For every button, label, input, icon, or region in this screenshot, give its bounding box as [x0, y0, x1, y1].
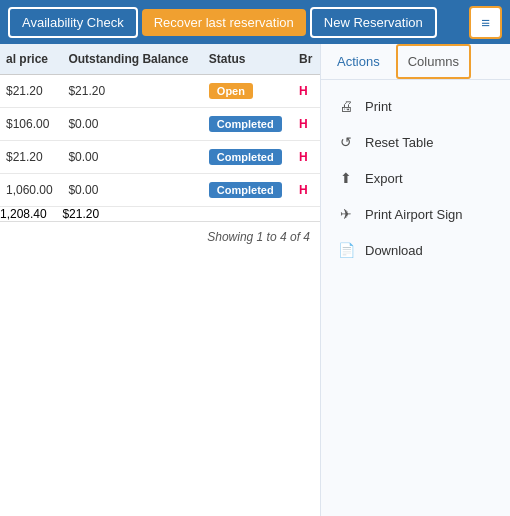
new-reservation-button[interactable]: New Reservation	[310, 7, 437, 38]
cell-balance: $21.20	[62, 75, 202, 108]
tab-columns[interactable]: Columns	[396, 44, 471, 79]
status-badge: Completed	[209, 149, 282, 165]
table-row[interactable]: $21.20$0.00CompletedH	[0, 141, 320, 174]
table-section: al price Outstanding Balance Status Br $…	[0, 44, 320, 516]
col-header-br: Br	[293, 44, 320, 75]
status-badge: Completed	[209, 182, 282, 198]
print-icon: 🖨	[337, 97, 355, 115]
dropdown-item-export[interactable]: ⬆Export	[321, 160, 510, 196]
dropdown-item-reset[interactable]: ↺Reset Table	[321, 124, 510, 160]
status-badge: Completed	[209, 116, 282, 132]
cell-price: 1,060.00	[0, 174, 62, 207]
col-header-status: Status	[203, 44, 293, 75]
status-badge: Open	[209, 83, 253, 99]
cell-br: H	[293, 141, 320, 174]
recover-last-reservation-button[interactable]: Recover last reservation	[142, 9, 306, 36]
dropdown-item-print[interactable]: 🖨Print	[321, 88, 510, 124]
table-wrapper: al price Outstanding Balance Status Br $…	[0, 44, 320, 221]
col-header-price: al price	[0, 44, 62, 75]
toolbar: Availability Check Recover last reservat…	[0, 0, 510, 44]
col-header-balance: Outstanding Balance	[62, 44, 202, 75]
table-row[interactable]: $106.00$0.00CompletedH	[0, 108, 320, 141]
cell-status: Completed	[203, 108, 293, 141]
cell-status: Completed	[203, 174, 293, 207]
dropdown-item-label: Print	[365, 99, 392, 114]
cell-status: Completed	[203, 141, 293, 174]
dropdown-item-label: Export	[365, 171, 403, 186]
cell-price: $21.20	[0, 75, 62, 108]
cell-br: H	[293, 75, 320, 108]
cell-price: $21.20	[0, 141, 62, 174]
cell-price: $106.00	[0, 108, 62, 141]
footer-balance: $21.20	[62, 207, 202, 222]
dropdown-tabs: Actions Columns	[321, 44, 510, 80]
dropdown-item-airport[interactable]: ✈Print Airport Sign	[321, 196, 510, 232]
reset-icon: ↺	[337, 133, 355, 151]
menu-button[interactable]: ≡	[469, 6, 502, 39]
cell-balance: $0.00	[62, 174, 202, 207]
cell-br: H	[293, 108, 320, 141]
tab-actions[interactable]: Actions	[321, 44, 396, 79]
export-icon: ⬆	[337, 169, 355, 187]
dropdown-menu: 🖨Print↺Reset Table⬆Export✈Print Airport …	[321, 80, 510, 276]
table-row[interactable]: $21.20$21.20OpenH	[0, 75, 320, 108]
dropdown-item-label: Download	[365, 243, 423, 258]
cell-balance: $0.00	[62, 108, 202, 141]
dropdown-item-label: Print Airport Sign	[365, 207, 463, 222]
main-area: al price Outstanding Balance Status Br $…	[0, 44, 510, 516]
footer-price: 1,208.40	[0, 207, 62, 222]
dropdown-panel: Actions Columns 🖨Print↺Reset Table⬆Expor…	[320, 44, 510, 516]
reservations-table: al price Outstanding Balance Status Br $…	[0, 44, 320, 221]
dropdown-item-download[interactable]: 📄Download	[321, 232, 510, 268]
cell-balance: $0.00	[62, 141, 202, 174]
table-footer: Showing 1 to 4 of 4	[0, 221, 320, 252]
availability-check-button[interactable]: Availability Check	[8, 7, 138, 38]
cell-br: H	[293, 174, 320, 207]
dropdown-item-label: Reset Table	[365, 135, 433, 150]
table-row[interactable]: 1,060.00$0.00CompletedH	[0, 174, 320, 207]
airport-icon: ✈	[337, 205, 355, 223]
cell-status: Open	[203, 75, 293, 108]
download-icon: 📄	[337, 241, 355, 259]
